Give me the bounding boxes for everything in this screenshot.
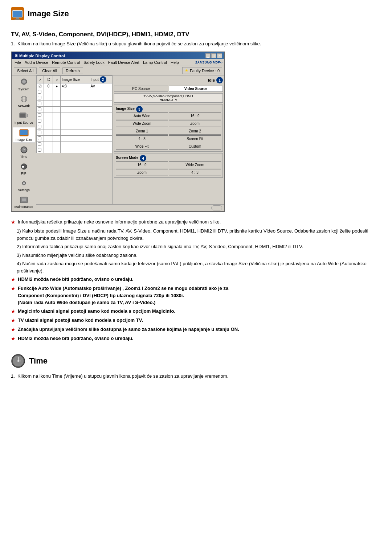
sidebar-item-settings[interactable]: Settings — [13, 178, 35, 193]
screen-16-9-button[interactable]: 16 : 9 — [116, 161, 168, 168]
table-row-8[interactable] — [37, 124, 112, 130]
system-icon — [19, 78, 29, 87]
close-button[interactable]: × — [217, 53, 222, 58]
row6-check[interactable] — [38, 113, 41, 117]
clear-all-button[interactable]: Clear All — [39, 67, 60, 74]
bold-note1-text: HDMI2 možda neće biti podržano, ovisno o… — [18, 276, 134, 283]
table-row-11[interactable] — [37, 141, 112, 147]
row5-check[interactable] — [38, 107, 41, 111]
row7-check[interactable] — [38, 119, 41, 123]
table-row-6[interactable] — [37, 112, 112, 118]
menu-help[interactable]: Help — [169, 60, 180, 65]
svg-rect-2 — [13, 11, 22, 17]
image-size-box-title: Image Size — [116, 107, 135, 111]
star-bullet-0: ★ — [11, 218, 16, 226]
screen-mode-grid: 16 : 9 Wide Zoom Zoom 4 : 3 — [116, 161, 221, 176]
row3-check[interactable] — [38, 96, 41, 99]
mdc-window: 🖥 Multiple Display Control _ □ × File Ad… — [11, 52, 225, 212]
sidebar-item-system[interactable]: System — [13, 77, 35, 92]
menu-lamp-control[interactable]: Lamp Control — [142, 60, 168, 65]
custom-button[interactable]: Custom — [169, 143, 221, 150]
table-row-9[interactable] — [37, 130, 112, 136]
refresh-button[interactable]: Refresh — [62, 67, 83, 74]
table-row-7[interactable] — [37, 118, 112, 124]
mdc-toolbar: Select All Clear All Refresh ★ Faulty De… — [12, 66, 224, 75]
mdc-menubar: File Add a Device Remote Control Safety … — [12, 59, 224, 66]
svg-point-29 — [17, 360, 19, 362]
faulty-device-label: Faulty Device : 0 — [190, 69, 220, 73]
col-circle: ○ — [53, 76, 60, 83]
menu-safety-lock[interactable]: Safety Lock — [82, 60, 106, 65]
auto-wide-button[interactable]: Auto Wide — [116, 112, 168, 119]
star-bullet-6: ★ — [11, 335, 16, 342]
table-row-3[interactable] — [37, 95, 112, 101]
row4-check[interactable] — [38, 102, 41, 105]
video-source-tab[interactable]: Video Source — [169, 86, 223, 92]
table-row-4[interactable] — [37, 101, 112, 107]
time-step1: 1. Klikom na ikonu Time (Vrijeme) u stup… — [11, 373, 381, 379]
zoom1-button[interactable]: Zoom 1 — [116, 128, 168, 135]
4-3-button[interactable]: 4 : 3 — [116, 135, 168, 142]
bold-note4-text: TV ulazni signal postoji samo kod modela… — [18, 317, 143, 324]
image-size-sidebar-icon — [19, 128, 29, 137]
restore-button[interactable]: □ — [211, 53, 216, 58]
sidebar-item-image-size[interactable]: Image Size — [13, 127, 35, 143]
table-row-12[interactable] — [37, 147, 112, 153]
mdc-sidebar: System Network — [12, 75, 36, 211]
menu-file[interactable]: File — [13, 60, 23, 65]
row2-check[interactable] — [38, 90, 41, 94]
sidebar-label-system: System — [18, 87, 29, 91]
pc-source-tab[interactable]: PC Source — [114, 86, 168, 92]
pip-icon — [19, 162, 29, 171]
cell-input-1: AV — [89, 83, 112, 89]
table-row-10[interactable] — [37, 136, 112, 141]
row12-check[interactable] — [38, 148, 41, 152]
image-size-icon — [11, 7, 24, 20]
menu-fault-device-alert[interactable]: Fault Device Alert — [107, 60, 141, 65]
screen-zoom-button[interactable]: Zoom — [116, 169, 168, 176]
image-size-box: Image Size 3 Auto Wide 16 : 9 Wide Zoom … — [114, 104, 223, 152]
note-2: 2) Informativna tablica prikazuje samo o… — [17, 243, 381, 250]
scroll-button[interactable] — [211, 205, 222, 210]
faulty-device-status: ★ Faulty Device : 0 — [182, 67, 222, 74]
bold-note-5: ★ Značajka upravljanja veličinom slike d… — [11, 326, 381, 333]
input-source-icon — [19, 111, 29, 120]
sidebar-item-maintenance[interactable]: Maintenance — [13, 194, 35, 210]
star-note: ★ Informacijska rešetka prikazuje neke o… — [11, 218, 381, 226]
select-all-button[interactable]: Select All — [14, 67, 37, 74]
mdc-right-panel: Idle 1 PC Source Video Source TV,AV,S-Vi… — [113, 75, 224, 204]
sidebar-item-input-source[interactable]: Input Source — [13, 110, 35, 126]
menu-add-device[interactable]: Add a Device — [23, 60, 50, 65]
sidebar-label-maintenance: Maintenance — [15, 205, 33, 209]
bold-note5-text: Značajka upravljanja veličinom slike dos… — [18, 326, 239, 333]
row11-check[interactable] — [38, 142, 41, 146]
page-title: Image Size — [28, 9, 69, 19]
row10-check[interactable] — [38, 136, 41, 140]
wide-fit-button[interactable]: Wide Fit — [116, 143, 168, 150]
screen-wide-zoom-button[interactable]: Wide Zoom — [169, 161, 221, 168]
table-row-2[interactable] — [37, 89, 112, 95]
menu-remote-control[interactable]: Remote Control — [50, 60, 81, 65]
sidebar-item-pip[interactable]: PIP — [13, 161, 35, 176]
table-row-5[interactable] — [37, 107, 112, 112]
sidebar-label-pip: PIP — [21, 172, 26, 175]
zoom-button[interactable]: Zoom — [169, 120, 221, 127]
step1-text: Klikom na ikonu Image Size (Veličina sli… — [17, 41, 261, 46]
row8-check[interactable] — [38, 125, 41, 128]
table-row-1[interactable]: ☑ 0 ● 4:3 AV — [37, 83, 112, 89]
screen-4-3-button[interactable]: 4 : 3 — [169, 169, 221, 176]
mdc-titlebar: 🖥 Multiple Display Control _ □ × — [12, 52, 224, 59]
zoom2-button[interactable]: Zoom 2 — [169, 128, 221, 135]
row9-check[interactable] — [38, 131, 41, 134]
note3-text: Nasumično mijenjajte veličinu slike odab… — [22, 253, 138, 258]
wide-zoom-button[interactable]: Wide Zoom — [116, 120, 168, 127]
minimize-button[interactable]: _ — [205, 53, 211, 58]
screen-fit-button[interactable]: Screen Fit — [169, 135, 221, 142]
star-bullet-3: ★ — [11, 308, 16, 315]
sidebar-item-network[interactable]: Network — [13, 94, 35, 109]
mdc-win-controls: _ □ × — [205, 53, 222, 58]
16-9-button[interactable]: 16 : 9 — [169, 112, 221, 119]
sidebar-item-time[interactable]: Time — [13, 144, 35, 160]
sidebar-label-time: Time — [20, 155, 28, 159]
time-section: Time 1. Klikom na ikonu Time (Vrijeme) u… — [11, 350, 381, 379]
